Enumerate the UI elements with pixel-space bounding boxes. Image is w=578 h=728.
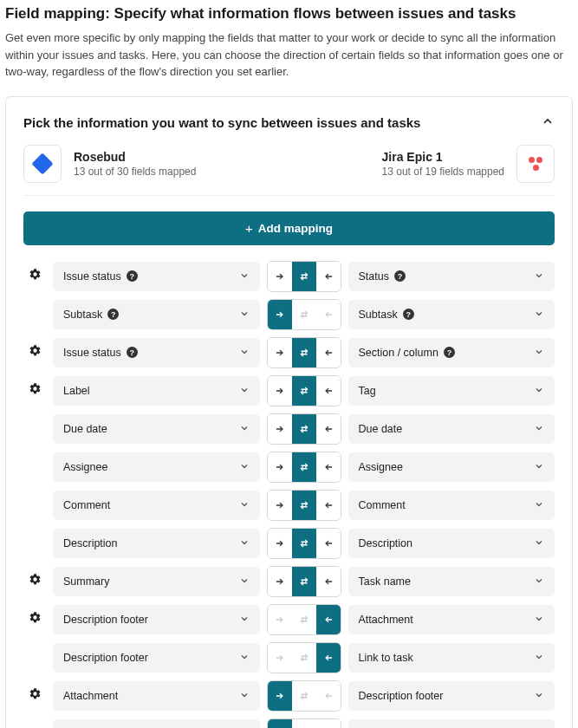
right-field-select[interactable]: Link to task bbox=[348, 643, 555, 673]
right-field-label: Comment bbox=[359, 499, 406, 511]
gear-icon[interactable] bbox=[29, 268, 42, 284]
right-field-label: Task name bbox=[359, 575, 411, 588]
direction-both-button[interactable] bbox=[292, 643, 316, 673]
direction-both-button[interactable] bbox=[292, 605, 316, 634]
direction-right-button[interactable] bbox=[268, 338, 292, 367]
right-field-select[interactable]: Task name bbox=[348, 567, 555, 596]
gear-icon[interactable] bbox=[29, 382, 42, 399]
direction-right-button[interactable] bbox=[268, 605, 292, 634]
direction-right-button[interactable] bbox=[268, 376, 292, 406]
right-field-select[interactable]: Comment bbox=[348, 491, 555, 520]
left-field-select[interactable]: Description footer bbox=[53, 605, 260, 634]
direction-both-button[interactable] bbox=[292, 529, 316, 558]
left-field-select[interactable]: Description bbox=[53, 529, 260, 558]
direction-both-button[interactable] bbox=[292, 376, 316, 406]
left-field-select[interactable]: Issue status? bbox=[53, 262, 260, 291]
direction-left-button[interactable] bbox=[316, 643, 341, 673]
right-field-label: Description footer bbox=[359, 690, 444, 702]
chevron-down-icon bbox=[534, 347, 544, 359]
direction-left-button[interactable] bbox=[316, 491, 341, 520]
right-field-select[interactable]: Description bbox=[348, 529, 555, 558]
direction-left-button[interactable] bbox=[316, 262, 341, 291]
direction-left-button[interactable] bbox=[316, 681, 341, 711]
left-field-select[interactable]: Due date bbox=[53, 414, 260, 444]
direction-left-button[interactable] bbox=[316, 719, 341, 729]
direction-both-button[interactable] bbox=[292, 567, 316, 596]
left-field-select[interactable]: Assignee bbox=[53, 452, 260, 482]
direction-both-button[interactable] bbox=[292, 414, 316, 444]
help-icon[interactable]: ? bbox=[127, 347, 138, 358]
source-left-name: Rosebud bbox=[74, 150, 196, 164]
left-field-select[interactable]: Subtask? bbox=[53, 300, 260, 329]
chevron-down-icon bbox=[534, 575, 544, 588]
source-left-sub: 13 out of 30 fields mapped bbox=[74, 166, 196, 178]
right-field-select[interactable]: Description footer bbox=[348, 681, 555, 711]
direction-right-button[interactable] bbox=[268, 529, 292, 558]
right-field-select[interactable]: Tag bbox=[348, 376, 555, 406]
direction-right-button[interactable] bbox=[268, 491, 292, 520]
direction-right-button[interactable] bbox=[268, 262, 292, 291]
gear-icon[interactable] bbox=[29, 611, 42, 627]
direction-left-button[interactable] bbox=[316, 414, 341, 444]
direction-right-button[interactable] bbox=[268, 567, 292, 596]
left-field-select[interactable]: Issue status? bbox=[53, 338, 260, 367]
left-field-select[interactable]: Comment bbox=[53, 491, 260, 520]
direction-right-button[interactable] bbox=[268, 719, 292, 729]
direction-both-button[interactable] bbox=[292, 300, 316, 329]
mapping-row: Link to issueDescription footer bbox=[23, 718, 555, 729]
divider bbox=[23, 195, 555, 196]
direction-right-button[interactable] bbox=[268, 643, 292, 673]
direction-left-button[interactable] bbox=[316, 529, 341, 558]
direction-left-button[interactable] bbox=[316, 338, 341, 367]
direction-left-button[interactable] bbox=[316, 376, 341, 406]
direction-both-button[interactable] bbox=[292, 262, 316, 291]
direction-left-button[interactable] bbox=[316, 567, 341, 596]
right-field-select[interactable]: Assignee bbox=[348, 452, 555, 482]
direction-right-button[interactable] bbox=[268, 414, 292, 444]
source-right-sub: 13 out of 19 fields mapped bbox=[382, 166, 504, 178]
right-field-select[interactable]: Due date bbox=[348, 414, 555, 444]
direction-right-button[interactable] bbox=[268, 452, 292, 482]
direction-both-button[interactable] bbox=[292, 338, 316, 367]
direction-left-button[interactable] bbox=[316, 452, 341, 482]
gear-icon[interactable] bbox=[29, 344, 42, 361]
add-mapping-button[interactable]: + Add mapping bbox=[23, 211, 555, 245]
asana-icon bbox=[516, 145, 555, 183]
help-icon[interactable]: ? bbox=[444, 347, 455, 358]
direction-both-button[interactable] bbox=[292, 681, 316, 711]
gear-icon[interactable] bbox=[29, 573, 42, 589]
direction-both-button[interactable] bbox=[292, 719, 316, 729]
left-field-select[interactable]: Description footer bbox=[53, 643, 260, 673]
direction-left-button[interactable] bbox=[316, 300, 341, 329]
direction-right-button[interactable] bbox=[268, 681, 292, 711]
right-field-select[interactable]: Attachment bbox=[348, 605, 555, 634]
direction-both-button[interactable] bbox=[292, 452, 316, 482]
direction-toggle bbox=[267, 718, 341, 729]
left-field-label: Label bbox=[63, 385, 90, 397]
left-field-select[interactable]: Link to issue bbox=[53, 719, 260, 729]
chevron-down-icon bbox=[239, 652, 250, 664]
left-field-select[interactable]: Summary bbox=[53, 567, 260, 596]
help-icon[interactable]: ? bbox=[107, 309, 119, 320]
left-field-label: Due date bbox=[63, 423, 107, 435]
help-icon[interactable]: ? bbox=[394, 270, 406, 282]
left-field-select[interactable]: Attachment bbox=[53, 681, 260, 711]
right-field-label: Subtask bbox=[359, 309, 398, 321]
chevron-down-icon bbox=[239, 347, 250, 359]
help-icon[interactable]: ? bbox=[403, 309, 414, 320]
direction-both-button[interactable] bbox=[292, 491, 316, 520]
right-field-select[interactable]: Status? bbox=[348, 262, 555, 291]
chevron-down-icon bbox=[534, 614, 544, 626]
help-icon[interactable]: ? bbox=[127, 270, 138, 282]
gear-icon[interactable] bbox=[29, 687, 42, 704]
mapping-rows: Issue status?Status?Subtask?Subtask?Issu… bbox=[23, 261, 555, 729]
direction-left-button[interactable] bbox=[316, 605, 341, 634]
right-field-select[interactable]: Subtask? bbox=[348, 300, 555, 329]
right-field-select[interactable]: Description footer bbox=[348, 719, 555, 729]
chevron-down-icon bbox=[239, 423, 250, 435]
direction-right-button[interactable] bbox=[268, 300, 292, 329]
mapping-row: Due dateDue date bbox=[23, 413, 555, 445]
card-header[interactable]: Pick the information you want to sync be… bbox=[23, 114, 555, 131]
left-field-select[interactable]: Label bbox=[53, 376, 260, 406]
right-field-select[interactable]: Section / column? bbox=[348, 338, 555, 367]
